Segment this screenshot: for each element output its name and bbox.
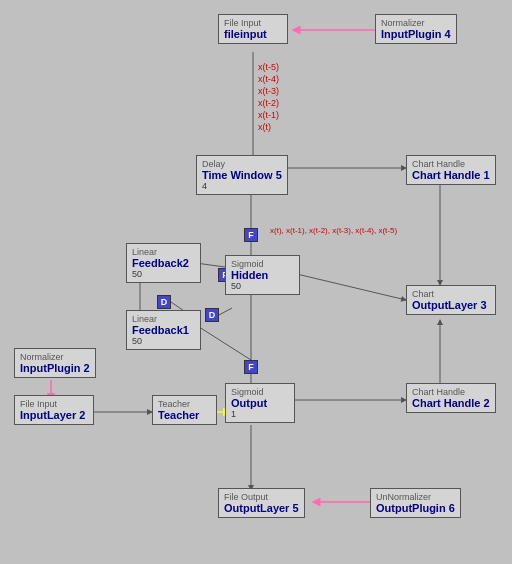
feedback1-title: Feedback1 <box>132 324 195 336</box>
feedback2-title: Feedback2 <box>132 257 195 269</box>
chart-handle2-top: Chart Handle <box>412 387 490 397</box>
file-input2-node: File Input InputLayer 2 <box>14 395 94 425</box>
sigmoid-hidden-sub: 50 <box>231 281 294 291</box>
svg-line-8 <box>219 308 232 315</box>
chart-handle2-node: Chart Handle Chart Handle 2 <box>406 383 496 413</box>
sigmoid-output-top: Sigmoid <box>231 387 289 397</box>
svg-line-11 <box>196 325 251 360</box>
f-connector-3: F <box>244 360 258 374</box>
label-xt2: x(t-2) <box>258 98 279 108</box>
delay-seq-label: x(t), x(t-1), x(t-2), x(t-3), x(t-4), x(… <box>270 226 397 235</box>
normalizer-in4-title: InputPlugin 4 <box>381 28 451 40</box>
sigmoid-hidden-top: Sigmoid <box>231 259 294 269</box>
file-input-title: fileinput <box>224 28 282 40</box>
feedback1-top: Linear <box>132 314 195 324</box>
feedback1-sub: 50 <box>132 336 195 346</box>
file-output-title: OutputLayer 5 <box>224 502 299 514</box>
chart-handle2-title: Chart Handle 2 <box>412 397 490 409</box>
teacher-title: Teacher <box>158 409 211 421</box>
delay-node: Delay Time Window 5 4 <box>196 155 288 195</box>
normalizer-in4-node: Normalizer InputPlugin 4 <box>375 14 457 44</box>
feedback2-sub: 50 <box>132 269 195 279</box>
feedback2-node: Linear Feedback2 50 <box>126 243 201 283</box>
feedback1-node: Linear Feedback1 50 <box>126 310 201 350</box>
output-layer3-node: Chart OutputLayer 3 <box>406 285 496 315</box>
file-input2-title: InputLayer 2 <box>20 409 88 421</box>
label-xt1: x(t-1) <box>258 110 279 120</box>
unnormalizer-top: UnNormalizer <box>376 492 455 502</box>
delay-title: Time Window 5 <box>202 169 282 181</box>
normalizer-in2-top: Normalizer <box>20 352 90 362</box>
sigmoid-hidden-title: Hidden <box>231 269 294 281</box>
delay-top: Delay <box>202 159 282 169</box>
feedback2-top: Linear <box>132 247 195 257</box>
label-xt4: x(t-4) <box>258 74 279 84</box>
file-input2-top: File Input <box>20 399 88 409</box>
teacher-top: Teacher <box>158 399 211 409</box>
chart-handle1-node: Chart Handle Chart Handle 1 <box>406 155 496 185</box>
sigmoid-hidden-node: Sigmoid Hidden 50 <box>225 255 300 295</box>
chart-handle1-top: Chart Handle <box>412 159 490 169</box>
label-xt5: x(t-5) <box>258 62 279 72</box>
file-output-node: File Output OutputLayer 5 <box>218 488 305 518</box>
file-input-node: File Input fileinput <box>218 14 288 44</box>
label-xt: x(t) <box>258 122 271 132</box>
output-layer3-top: Chart <box>412 289 490 299</box>
sigmoid-output-sub: 1 <box>231 409 289 419</box>
sigmoid-output-title: Output <box>231 397 289 409</box>
d-connector-1: D <box>157 295 171 309</box>
unnormalizer-node: UnNormalizer OutputPlugin 6 <box>370 488 461 518</box>
d-connector-2: D <box>205 308 219 322</box>
f-connector-1: F <box>244 228 258 242</box>
output-layer3-title: OutputLayer 3 <box>412 299 490 311</box>
label-xt3: x(t-3) <box>258 86 279 96</box>
file-output-top: File Output <box>224 492 299 502</box>
sigmoid-output-node: Sigmoid Output 1 <box>225 383 295 423</box>
normalizer-in2-title: InputPlugin 2 <box>20 362 90 374</box>
normalizer-in4-top: Normalizer <box>381 18 451 28</box>
teacher-node: Teacher Teacher <box>152 395 217 425</box>
chart-handle1-title: Chart Handle 1 <box>412 169 490 181</box>
unnormalizer-title: OutputPlugin 6 <box>376 502 455 514</box>
normalizer-in2-node: Normalizer InputPlugin 2 <box>14 348 96 378</box>
delay-sub: 4 <box>202 181 282 191</box>
file-input-top: File Input <box>224 18 282 28</box>
